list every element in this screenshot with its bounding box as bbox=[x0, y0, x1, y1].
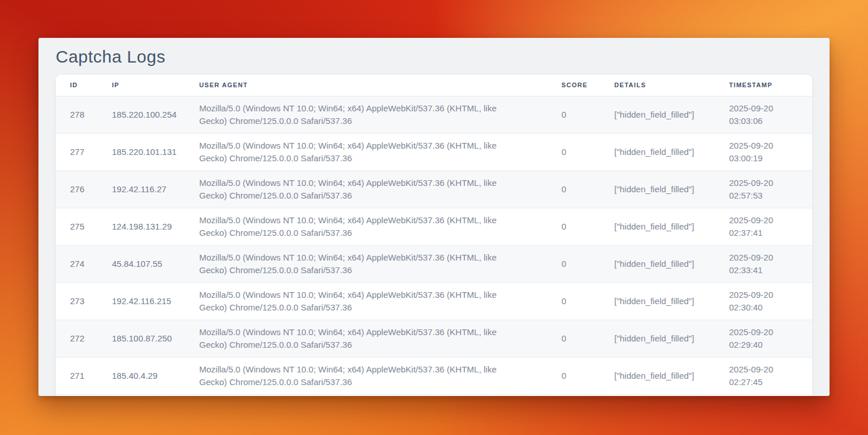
column-header-useragent: USER AGENT bbox=[185, 75, 547, 96]
cell-ip: 192.42.116.215 bbox=[98, 282, 185, 320]
cell-user-agent: Mozilla/5.0 (Windows NT 10.0; Win64; x64… bbox=[185, 170, 547, 208]
cell-id: 278 bbox=[56, 96, 98, 133]
cell-score: 0 bbox=[547, 320, 600, 357]
table-header-row: ID IP USER AGENT SCORE DETAILS TIMESTAMP bbox=[56, 75, 812, 96]
cell-timestamp: 2025-09-20 03:00:19 bbox=[715, 133, 812, 170]
column-header-details: DETAILS bbox=[600, 75, 715, 96]
cell-user-agent: Mozilla/5.0 (Windows NT 10.0; Win64; x64… bbox=[185, 282, 547, 320]
cell-details: ["hidden_field_filled"] bbox=[600, 170, 715, 208]
table-row: 274 45.84.107.55 Mozilla/5.0 (Windows NT… bbox=[56, 245, 812, 282]
cell-details: ["hidden_field_filled"] bbox=[600, 208, 715, 245]
cell-ip: 185.40.4.29 bbox=[98, 357, 185, 394]
cell-ip: 45.84.107.55 bbox=[98, 245, 185, 282]
column-header-id: ID bbox=[56, 75, 98, 96]
cell-id: 272 bbox=[56, 320, 98, 357]
cell-score: 0 bbox=[547, 245, 600, 282]
table-row: 271 185.40.4.29 Mozilla/5.0 (Windows NT … bbox=[56, 357, 812, 394]
table-row: 272 185.100.87.250 Mozilla/5.0 (Windows … bbox=[56, 320, 812, 357]
cell-id: 277 bbox=[56, 133, 98, 170]
cell-user-agent: Mozilla/5.0 (Windows NT 10.0; Win64; x64… bbox=[185, 208, 547, 245]
cell-id: 276 bbox=[56, 170, 98, 208]
cell-score: 0 bbox=[547, 170, 600, 208]
cell-ip: 192.42.116.27 bbox=[98, 170, 185, 208]
cell-user-agent: Mozilla/5.0 (Windows NT 10.0; Win64; x64… bbox=[185, 357, 547, 394]
cell-score: 0 bbox=[547, 208, 600, 245]
cell-score: 0 bbox=[547, 282, 600, 320]
table-row: 276 192.42.116.27 Mozilla/5.0 (Windows N… bbox=[56, 170, 812, 208]
cell-timestamp: 2025-09-20 03:03:06 bbox=[715, 96, 812, 133]
cell-score: 0 bbox=[547, 133, 600, 170]
cell-details: ["hidden_field_filled"] bbox=[600, 245, 715, 282]
captcha-logs-card: Captcha Logs ID IP USER AGENT SCORE DETA… bbox=[38, 38, 830, 396]
column-header-timestamp: TIMESTAMP bbox=[715, 75, 812, 96]
logs-table: ID IP USER AGENT SCORE DETAILS TIMESTAMP… bbox=[56, 75, 812, 395]
logs-table-container: ID IP USER AGENT SCORE DETAILS TIMESTAMP… bbox=[56, 75, 812, 396]
page-title: Captcha Logs bbox=[38, 38, 830, 75]
table-row: 278 185.220.100.254 Mozilla/5.0 (Windows… bbox=[56, 96, 812, 133]
cell-ip: 185.220.101.131 bbox=[98, 133, 185, 170]
cell-details: ["hidden_field_filled"] bbox=[600, 320, 715, 357]
cell-user-agent: Mozilla/5.0 (Windows NT 10.0; Win64; x64… bbox=[185, 133, 547, 170]
column-header-score: SCORE bbox=[547, 75, 600, 96]
cell-timestamp: 2025-09-20 02:27:45 bbox=[715, 357, 812, 394]
table-row: 277 185.220.101.131 Mozilla/5.0 (Windows… bbox=[56, 133, 812, 170]
cell-id: 275 bbox=[56, 208, 98, 245]
cell-details: ["hidden_field_filled"] bbox=[600, 133, 715, 170]
cell-timestamp: 2025-09-20 02:57:53 bbox=[715, 170, 812, 208]
cell-id: 274 bbox=[56, 245, 98, 282]
cell-ip: 185.100.87.250 bbox=[98, 320, 185, 357]
cell-details: ["hidden_field_filled"] bbox=[600, 96, 715, 133]
cell-score: 0 bbox=[547, 96, 600, 133]
cell-details: ["hidden_field_filled"] bbox=[600, 282, 715, 320]
cell-user-agent: Mozilla/5.0 (Windows NT 10.0; Win64; x64… bbox=[185, 96, 547, 133]
column-header-ip: IP bbox=[98, 75, 185, 96]
cell-ip: 124.198.131.29 bbox=[98, 208, 185, 245]
table-row: 273 192.42.116.215 Mozilla/5.0 (Windows … bbox=[56, 282, 812, 320]
cell-timestamp: 2025-09-20 02:33:41 bbox=[715, 245, 812, 282]
cell-user-agent: Mozilla/5.0 (Windows NT 10.0; Win64; x64… bbox=[185, 245, 547, 282]
cell-timestamp: 2025-09-20 02:29:40 bbox=[715, 320, 812, 357]
cell-score: 0 bbox=[547, 357, 600, 394]
cell-timestamp: 2025-09-20 02:37:41 bbox=[715, 208, 812, 245]
cell-details: ["hidden_field_filled"] bbox=[600, 357, 715, 394]
cell-user-agent: Mozilla/5.0 (Windows NT 10.0; Win64; x64… bbox=[185, 320, 547, 357]
cell-ip: 185.220.100.254 bbox=[98, 96, 185, 133]
cell-timestamp: 2025-09-20 02:30:40 bbox=[715, 282, 812, 320]
cell-id: 273 bbox=[56, 282, 98, 320]
cell-id: 271 bbox=[56, 357, 98, 394]
table-row: 275 124.198.131.29 Mozilla/5.0 (Windows … bbox=[56, 208, 812, 245]
